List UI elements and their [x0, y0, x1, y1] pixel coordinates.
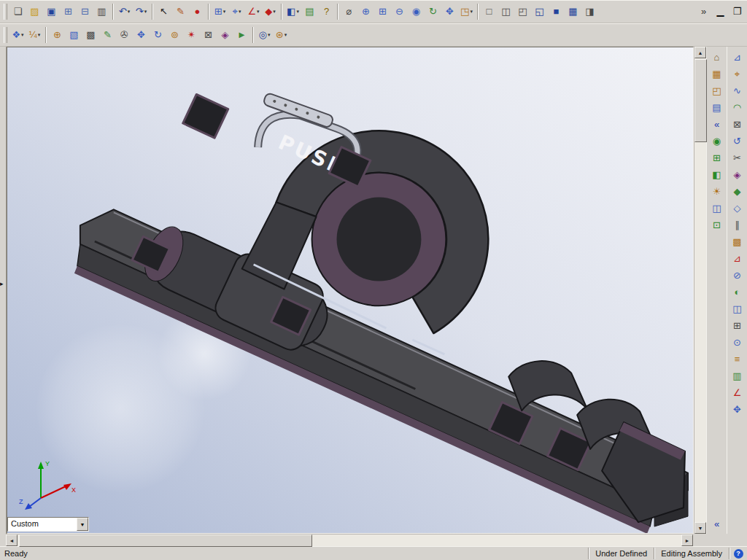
linear-pattern-button[interactable]: ⊞: [729, 317, 746, 333]
shaded-with-edges-button[interactable]: ◱: [531, 3, 548, 20]
measure-button[interactable]: ⌀: [341, 3, 357, 20]
sketch-button[interactable]: ✎: [172, 3, 189, 20]
new-document-button[interactable]: ❏: [9, 3, 26, 20]
mirror-feature-button[interactable]: ◫: [729, 300, 746, 316]
scroll-down-button[interactable]: ▼: [694, 522, 706, 534]
design-library-button[interactable]: ▦: [709, 66, 725, 82]
add-relation-button[interactable]: ∠▾: [245, 3, 262, 20]
revolved-cut-button[interactable]: ↺: [729, 133, 746, 149]
cameras-button[interactable]: ◫: [709, 200, 725, 216]
hidden-lines-visible-button[interactable]: ◫: [498, 3, 514, 20]
selection-filter-toggle-dropdown-arrow[interactable]: ▾: [38, 32, 41, 38]
undo-dropdown-arrow[interactable]: ▾: [128, 9, 131, 15]
toolbar-grip[interactable]: [4, 27, 7, 43]
model-canvas[interactable]: PUSH: [7, 47, 693, 533]
save-button[interactable]: ▣: [43, 3, 60, 20]
scroll-left-button[interactable]: ◄: [6, 534, 18, 546]
standard-views-button[interactable]: ◳▾: [458, 3, 475, 20]
redo-dropdown-arrow[interactable]: ▾: [144, 9, 147, 15]
swept-cut-button[interactable]: ✂: [729, 149, 746, 166]
extruded-cut-button[interactable]: ⊠: [729, 116, 746, 132]
edit-component-button[interactable]: ✎: [99, 26, 116, 44]
exploded-view-button[interactable]: ✴: [183, 26, 200, 44]
toolbar-grip[interactable]: [4, 4, 7, 20]
section-view-button[interactable]: ◨: [581, 3, 598, 20]
hole-wizard-button[interactable]: ⊘: [729, 267, 746, 283]
redo-button[interactable]: ↷▾: [133, 3, 150, 20]
horizontal-scroll-thumb[interactable]: [19, 534, 312, 547]
shaded-button[interactable]: ■: [548, 3, 565, 20]
zoom-to-fit-button[interactable]: ⊕: [357, 3, 374, 20]
shadows-in-shaded-mode-button[interactable]: ▦: [565, 3, 581, 20]
chamfer-button[interactable]: ◇: [729, 200, 746, 216]
move-component-button[interactable]: ✥: [133, 26, 150, 44]
help-button[interactable]: ?: [318, 3, 335, 20]
graphics-viewport[interactable]: PUSH: [7, 47, 694, 534]
toolbox-button[interactable]: ◎▾: [256, 26, 273, 44]
toolbox-dropdown-arrow[interactable]: ▾: [268, 32, 271, 38]
draft-button[interactable]: ⊿: [729, 250, 746, 266]
file-explorer-button[interactable]: ◰: [709, 82, 725, 98]
scroll-up-button[interactable]: ▲: [694, 47, 706, 58]
hidden-lines-removed-button[interactable]: ◰: [514, 3, 531, 20]
help-icon[interactable]: ?: [734, 549, 743, 559]
assembly-features-button[interactable]: ◈: [217, 26, 233, 44]
open-document-button[interactable]: ▨: [26, 3, 43, 20]
vertical-scrollbar[interactable]: ▲ ▼: [694, 47, 706, 534]
view-selector-value[interactable]: Custom: [8, 518, 77, 531]
swept-boss-button[interactable]: ∿: [729, 82, 746, 98]
display-delete-relations-button[interactable]: ◆▾: [262, 3, 279, 20]
select-button[interactable]: ↖: [155, 3, 172, 20]
lofted-boss-button[interactable]: ◠: [729, 99, 746, 115]
appearances-button[interactable]: ◉: [709, 133, 725, 149]
options-dropdown-arrow[interactable]: ▾: [285, 32, 287, 38]
options-button[interactable]: ⊛▾: [273, 26, 290, 44]
undo-button[interactable]: ↶▾: [116, 3, 133, 20]
scroll-right-button[interactable]: ►: [681, 534, 693, 546]
selection-filter-toggle-button[interactable]: ¼▾: [26, 26, 43, 44]
change-suppression-button[interactable]: ▩: [82, 26, 99, 44]
toolbar-overflow-button[interactable]: »: [695, 3, 712, 20]
vertical-scroll-thumb[interactable]: [694, 59, 707, 142]
assembly-model[interactable]: PUSH: [74, 93, 688, 533]
drawing-options-button[interactable]: ▤: [301, 3, 318, 20]
coordinate-system-button[interactable]: ✥: [729, 401, 746, 417]
revolved-boss-button[interactable]: ⌖: [729, 66, 746, 82]
view-selector-dropdown-button[interactable]: ▼: [77, 518, 88, 531]
pan-button[interactable]: ✥: [441, 3, 458, 20]
search-results-button[interactable]: ▤: [709, 99, 725, 115]
rotate-view-button[interactable]: ↻: [425, 3, 441, 20]
print-button[interactable]: ▥: [93, 3, 110, 20]
curve-driven-pattern-button[interactable]: ≡: [729, 351, 746, 367]
rotate-component-button[interactable]: ↻: [150, 26, 166, 44]
make-drawing-from-part-button[interactable]: ⊞: [60, 3, 77, 20]
extruded-boss-button[interactable]: ⊿: [729, 49, 746, 65]
collapse-upper-panel-button[interactable]: «: [709, 116, 725, 132]
decals-button[interactable]: ◧: [709, 166, 725, 182]
wireframe-button[interactable]: □: [481, 3, 498, 20]
window-restore-button[interactable]: ❐: [729, 3, 746, 20]
view-selector-combo[interactable]: Custom ▼: [7, 517, 89, 532]
view-home-button[interactable]: ⌂: [709, 49, 725, 65]
sketch-grid-dropdown-arrow[interactable]: ▾: [223, 9, 226, 15]
sketch-grid-button[interactable]: ⊞▾: [212, 3, 228, 20]
horizontal-scrollbar[interactable]: ◄ ►: [6, 534, 693, 546]
mate-button[interactable]: ✇: [116, 26, 133, 44]
smart-fasteners-button[interactable]: ⊚: [166, 26, 183, 44]
add-relation-dropdown-arrow[interactable]: ▾: [257, 9, 260, 15]
dimension-button[interactable]: ⌖▾: [228, 3, 245, 20]
component-filter-button[interactable]: ❖▾: [9, 26, 26, 44]
display-delete-relations-dropdown-arrow[interactable]: ▾: [273, 9, 276, 15]
sketch-point-button[interactable]: ●: [189, 3, 206, 20]
scenes-button[interactable]: ⊞: [709, 149, 725, 166]
reference-axis-button[interactable]: ∠: [729, 384, 746, 400]
zoom-to-area-button[interactable]: ⊞: [374, 3, 391, 20]
walk-through-button[interactable]: ⊡: [709, 217, 725, 233]
collapse-lower-panel-button[interactable]: «: [709, 516, 725, 532]
rib-button[interactable]: ∥: [729, 217, 746, 233]
status-help-cell[interactable]: ?: [729, 548, 747, 559]
splitter-arrow-icon[interactable]: ▸: [0, 281, 4, 287]
hide-show-component-button[interactable]: ▧: [66, 26, 82, 44]
dimension-dropdown-arrow[interactable]: ▾: [239, 9, 241, 15]
dome-button[interactable]: ◐: [729, 284, 746, 300]
